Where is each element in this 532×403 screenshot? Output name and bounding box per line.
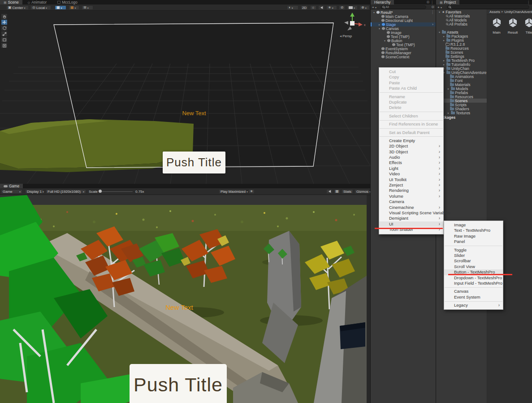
- orientation-button[interactable]: ◎ Local ▾: [30, 5, 51, 10]
- move-tool-button[interactable]: [1, 19, 8, 25]
- tab-game[interactable]: Game: [0, 184, 23, 188]
- expand-arrow[interactable]: ▸: [442, 59, 445, 62]
- submenu-item-panel[interactable]: Panel: [444, 239, 503, 244]
- capture-button[interactable]: ∗: [248, 189, 255, 194]
- prefab-open-arrow[interactable]: ›: [432, 22, 433, 26]
- project-content-area[interactable]: Main Result Title: [487, 14, 532, 403]
- submenu-item-dropdown-textmeshpro[interactable]: Dropdown - TextMeshPro: [444, 275, 503, 281]
- kebab-menu-icon[interactable]: ⋮: [527, 0, 530, 4]
- menu-item-create-empty[interactable]: Create Empty: [379, 138, 443, 143]
- menu-item-duplicate[interactable]: Duplicate: [379, 100, 443, 105]
- tab-project[interactable]: ▦ Project: [436, 0, 459, 4]
- submenu-item-raw-image[interactable]: Raw Image: [444, 234, 503, 239]
- tree-textures[interactable]: ▸ Textures: [447, 111, 470, 115]
- menu-item-select-children[interactable]: Select Children: [379, 113, 443, 119]
- menu-item-2d-object[interactable]: 2D Object›: [379, 143, 443, 149]
- hierarchy-search-input[interactable]: All: [381, 5, 426, 9]
- tab-hierarchy[interactable]: Hierarchy: [371, 0, 394, 4]
- kebab-menu-icon[interactable]: ⋮: [431, 10, 434, 14]
- breadcrumb-root[interactable]: Assets: [489, 10, 500, 14]
- menu-item-demigiant[interactable]: Demigiant›: [379, 216, 443, 221]
- scale-slider-track[interactable]: [99, 191, 133, 192]
- dock-icon[interactable]: ⊡: [427, 0, 429, 4]
- menu-item-zenject[interactable]: Zenject›: [379, 182, 443, 188]
- menu-item-3d-object[interactable]: 3D Object›: [379, 149, 443, 155]
- expand-arrow[interactable]: ▸: [378, 23, 381, 26]
- menu-item-cut[interactable]: Cut: [379, 69, 443, 74]
- display-dropdown[interactable]: Display 1 ▾: [25, 189, 44, 194]
- grid-visibility-button[interactable]: ▦ ▾: [55, 5, 66, 10]
- orientation-gizmo[interactable]: x: [339, 11, 367, 34]
- menu-item-video[interactable]: Video›: [379, 171, 443, 177]
- scene-visibility-button[interactable]: ⊘: [339, 5, 345, 10]
- expand-arrow[interactable]: ▸: [442, 39, 445, 42]
- add-asset-button[interactable]: + ▾: [437, 5, 442, 9]
- scene-audio-button[interactable]: [318, 5, 324, 10]
- expand-arrow[interactable]: ▾: [438, 30, 441, 34]
- expand-arrow[interactable]: ▸: [442, 63, 445, 66]
- stats-button[interactable]: Stats: [342, 189, 353, 194]
- expand-arrow[interactable]: ▾: [438, 10, 441, 13]
- menu-item-volume[interactable]: Volume›: [379, 194, 443, 199]
- expand-arrow[interactable]: ▸: [447, 111, 450, 114]
- scene-viewport[interactable]: x ◂ Persp New Text Push Title: [0, 11, 370, 184]
- 2d-mode-button[interactable]: 2D: [301, 5, 308, 10]
- search-filter-icon[interactable]: ⊙: [431, 5, 434, 9]
- mute-audio-button[interactable]: [326, 189, 333, 194]
- menu-item-camera[interactable]: Camera: [379, 199, 443, 204]
- breadcrumb-current[interactable]: UnityChanAdventure: [505, 10, 532, 14]
- tab-mcclogo[interactable]: MccLogo: [54, 0, 81, 4]
- menu-item-ui-toolkit[interactable]: UI Toolkit›: [379, 177, 443, 182]
- display-target-dropdown[interactable]: Game ▾: [1, 189, 22, 194]
- expand-arrow[interactable]: ▸: [447, 87, 450, 90]
- gizmos-dropdown-button[interactable]: ⊕ ▾: [359, 5, 369, 10]
- expand-arrow[interactable]: ▾: [383, 39, 386, 42]
- tab-animator[interactable]: ◇ Animator: [24, 0, 50, 4]
- scene-effects-button[interactable]: ∗ ▾: [326, 5, 337, 10]
- game-viewport[interactable]: New Text Push Title: [0, 195, 367, 403]
- submenu-item-scrollbar[interactable]: Scrollbar: [444, 258, 503, 264]
- fav-all-prefabs[interactable]: All Prefabs: [446, 22, 467, 26]
- menu-item-copy[interactable]: Copy: [379, 74, 443, 80]
- hand-tool-button[interactable]: [1, 13, 8, 19]
- menu-item-paste[interactable]: Paste: [379, 80, 443, 86]
- hierarchy-item-stage[interactable]: ▸ Stage ›: [371, 22, 436, 26]
- add-gameobject-button[interactable]: + ▾: [372, 5, 376, 9]
- menu-item-rendering[interactable]: Rendering›: [379, 188, 443, 193]
- menu-item-paste-as-child[interactable]: Paste As Child: [379, 86, 443, 91]
- rotate-tool-button[interactable]: [1, 25, 8, 31]
- snap-increment-button[interactable]: ⊞ ▾: [82, 5, 93, 10]
- rect-tool-button[interactable]: [1, 37, 8, 43]
- expand-arrow[interactable]: ▸: [442, 35, 445, 38]
- submenu-item-legacy[interactable]: Legacy›: [444, 303, 503, 308]
- submenu-item-toggle[interactable]: Toggle: [444, 247, 503, 253]
- transform-tool-button[interactable]: [1, 43, 8, 48]
- perspective-label[interactable]: ◂ Persp: [340, 34, 352, 38]
- menu-item-delete[interactable]: Delete: [379, 105, 443, 110]
- menu-item-visual-scripting-scene-variables[interactable]: Visual Scripting Scene Variables: [379, 210, 443, 216]
- tab-scene[interactable]: ▦ Scene: [0, 0, 22, 4]
- scene-lighting-button[interactable]: ☼: [310, 5, 316, 10]
- expand-arrow[interactable]: ▾: [378, 27, 381, 30]
- menu-item-find-references[interactable]: Find References in Scene: [379, 121, 443, 127]
- resolution-dropdown[interactable]: Full HD (1920x1080) ▾: [46, 189, 86, 194]
- project-search-input[interactable]: [447, 5, 529, 9]
- scale-tool-button[interactable]: [1, 31, 8, 37]
- game-push-title-button[interactable]: Push Title: [130, 364, 227, 403]
- menu-item-ui[interactable]: UI›: [379, 221, 443, 227]
- menu-item-set-default-parent[interactable]: Set as Default Parent: [379, 130, 443, 135]
- menu-item-light[interactable]: Light›: [379, 166, 443, 171]
- asset-main-scene[interactable]: Main: [489, 17, 504, 35]
- submenu-item-event-system[interactable]: Event System: [444, 295, 503, 300]
- play-maximized-dropdown[interactable]: Play Maximized ▾: [219, 189, 247, 194]
- shading-mode-button[interactable]: ◐ ▾: [287, 5, 298, 10]
- grid-snap-button[interactable]: ▦ ▾: [69, 5, 79, 10]
- kebab-menu-icon[interactable]: ⋮: [430, 0, 434, 4]
- pivot-mode-button[interactable]: ▣ Center ▾: [6, 5, 29, 10]
- scale-slider-knob[interactable]: [99, 190, 102, 193]
- submenu-item-slider[interactable]: Slider: [444, 253, 503, 258]
- asset-result-scene[interactable]: Result: [505, 17, 520, 35]
- submenu-item-text-textmeshpro[interactable]: Text - TextMeshPro: [444, 228, 503, 233]
- menu-item-effects[interactable]: Effects›: [379, 160, 443, 165]
- hierarchy-item-scenecontext[interactable]: SceneContext: [381, 55, 409, 59]
